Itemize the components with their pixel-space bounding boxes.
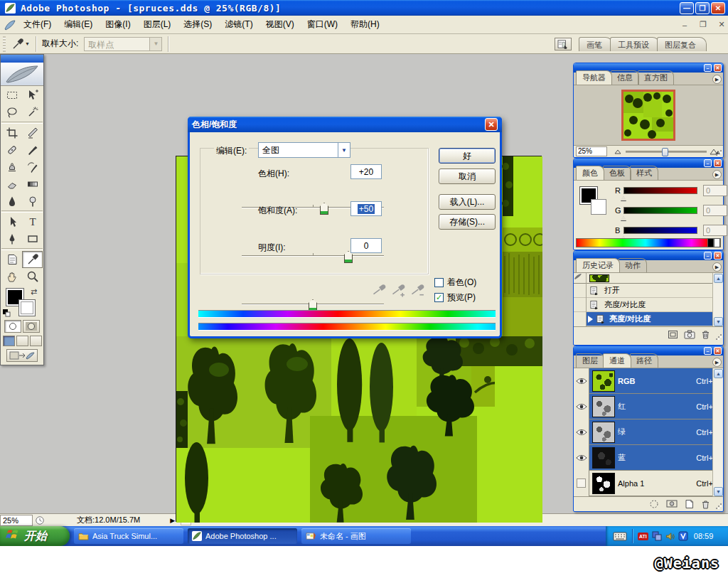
swap-colors-icon[interactable]: ⇄ (31, 287, 37, 296)
file-browser-button[interactable] (555, 38, 572, 50)
b-slider-bar[interactable] (623, 227, 697, 234)
tab-swatches[interactable]: 色板 (603, 166, 631, 180)
cancel-button[interactable]: 取消 (439, 169, 496, 184)
menu-filter[interactable]: 滤镜(T) (218, 16, 259, 33)
magic-wand-tool[interactable] (22, 104, 43, 121)
tab-styles[interactable]: 样式 (630, 166, 658, 180)
history-item-brightness-2-selected[interactable]: 亮度/对比度 (574, 312, 723, 326)
volume-tray-icon[interactable] (665, 532, 675, 541)
save-button[interactable]: 存储(S)... (439, 214, 496, 230)
healing-brush-tool[interactable] (1, 141, 22, 159)
channel-row-rgb[interactable]: RGB Ctrl+~ (574, 368, 723, 394)
hand-tool[interactable] (1, 268, 22, 285)
zoom-tool[interactable] (22, 268, 43, 285)
menu-view[interactable]: 视图(V) (259, 16, 301, 33)
delete-state-trash-icon[interactable] (701, 329, 710, 339)
menu-layer[interactable]: 图层(L) (137, 16, 178, 33)
quick-mask-mode-button[interactable] (23, 320, 40, 333)
tab-paths[interactable]: 路径 (630, 353, 658, 368)
path-selection-tool[interactable] (1, 213, 22, 230)
lightness-input[interactable]: 0 (350, 238, 382, 253)
save-selection-icon[interactable] (666, 499, 678, 508)
type-tool[interactable]: T (22, 213, 43, 230)
eye-icon[interactable] (576, 403, 587, 410)
tab-info[interactable]: 信息 (611, 70, 639, 85)
tab-navigator[interactable]: 导航器 (576, 70, 612, 85)
channel-row-alpha1[interactable]: Alpha 1 Ctrl+4 (574, 471, 723, 496)
menu-select[interactable]: 选择(S) (177, 16, 218, 33)
navigator-zoom-field[interactable]: 25% (576, 146, 607, 156)
shape-tool[interactable] (22, 230, 43, 247)
r-value-field[interactable]: 0 (703, 185, 727, 196)
eye-toggle-empty[interactable] (577, 478, 586, 488)
channels-scrollbar[interactable]: ▲ ▼ (712, 368, 723, 497)
tab-channels[interactable]: 通道 (603, 353, 631, 368)
jump-to-imageready-button[interactable] (6, 349, 38, 362)
toolbox-title-bar[interactable] (1, 55, 43, 63)
history-scrollbar[interactable]: ▲ ▼ (712, 273, 723, 327)
g-slider-bar[interactable] (623, 207, 697, 214)
zoom-out-icon[interactable] (614, 149, 623, 154)
menu-window[interactable]: 窗口(W) (301, 16, 344, 33)
channels-close-button[interactable]: ✕ (714, 347, 722, 355)
load-selection-icon[interactable] (649, 499, 659, 509)
doc-restore-button[interactable]: ❐ (697, 20, 710, 29)
document-size-info[interactable]: 文档:12.0M/15.7M (77, 515, 140, 525)
blur-tool[interactable] (1, 193, 22, 210)
tab-layers[interactable]: 图层 (576, 353, 604, 368)
standard-mode-button[interactable] (4, 320, 21, 333)
color-minimize-button[interactable]: – (704, 159, 712, 167)
doc-close-button[interactable]: ✕ (715, 20, 728, 29)
palette-well-tab-layer-comps[interactable]: 图层复合 (657, 37, 707, 51)
palette-well-tab-tool-presets[interactable]: 工具预设 (610, 37, 660, 51)
spectrum-black-swatch[interactable] (707, 238, 714, 247)
history-menu-button[interactable]: ▶ (712, 262, 722, 272)
new-document-from-state-icon[interactable] (668, 330, 678, 339)
preview-checkbox[interactable]: ✓ (434, 293, 444, 302)
history-snapshot-row[interactable] (574, 273, 723, 284)
channels-menu-button[interactable]: ▶ (712, 358, 722, 367)
channel-row-red[interactable]: 红 Ctrl+1 (574, 394, 723, 419)
menu-image[interactable]: 图像(I) (99, 16, 136, 33)
navigator-view-box[interactable] (621, 90, 675, 141)
palette-well-tab-brushes[interactable]: 画笔 (579, 37, 613, 51)
g-slider-thumb[interactable] (621, 215, 626, 220)
eye-icon[interactable] (576, 378, 587, 385)
channel-row-blue[interactable]: 蓝 Ctrl+3 (574, 445, 723, 471)
clone-stamp-tool[interactable] (1, 159, 22, 176)
history-resize-grip[interactable] (715, 333, 722, 341)
status-zoom-field[interactable]: 25% (0, 515, 33, 526)
channels-minimize-button[interactable]: – (704, 347, 712, 355)
input-method-keyboard-icon[interactable] (613, 532, 627, 541)
brush-tool[interactable] (22, 141, 43, 159)
dialog-title-bar[interactable]: 色相/饱和度 ✕ (188, 117, 502, 132)
ok-button[interactable]: 好 (439, 148, 496, 164)
navigator-menu-button[interactable]: ▶ (712, 75, 722, 84)
restore-button[interactable]: ❐ (695, 2, 710, 14)
close-button[interactable]: ✕ (711, 2, 725, 14)
options-bar-grip[interactable] (3, 36, 6, 52)
tab-color[interactable]: 颜色 (576, 166, 604, 180)
gradient-tool[interactable] (22, 176, 43, 193)
b-value-field[interactable]: 0 (703, 225, 727, 236)
saturation-input[interactable]: +50 (350, 201, 382, 216)
minimize-button[interactable]: — (680, 2, 694, 14)
taskbar-clock[interactable]: 08:59 (694, 532, 714, 540)
pen-tool[interactable] (1, 230, 22, 247)
navigator-minimize-button[interactable]: – (704, 64, 712, 72)
tab-actions[interactable]: 动作 (619, 258, 647, 272)
status-popup-arrow-icon[interactable]: ▶ (170, 517, 175, 524)
navigator-zoom-thumb[interactable] (662, 148, 668, 156)
move-tool[interactable] (22, 87, 43, 104)
navigator-close-button[interactable]: ✕ (714, 64, 722, 72)
eye-icon[interactable] (576, 454, 587, 461)
r-slider-thumb[interactable] (621, 196, 626, 200)
color-close-button[interactable]: ✕ (714, 159, 722, 167)
navigator-zoom-slider[interactable] (626, 151, 707, 153)
default-colors-icon[interactable] (2, 309, 11, 317)
display-settings-tray-icon[interactable] (652, 531, 662, 541)
new-snapshot-icon[interactable] (684, 330, 695, 339)
scroll-up-icon[interactable]: ▲ (714, 369, 723, 378)
scroll-down-icon[interactable]: ▼ (714, 487, 723, 496)
standard-screen-mode-button[interactable] (3, 336, 15, 346)
